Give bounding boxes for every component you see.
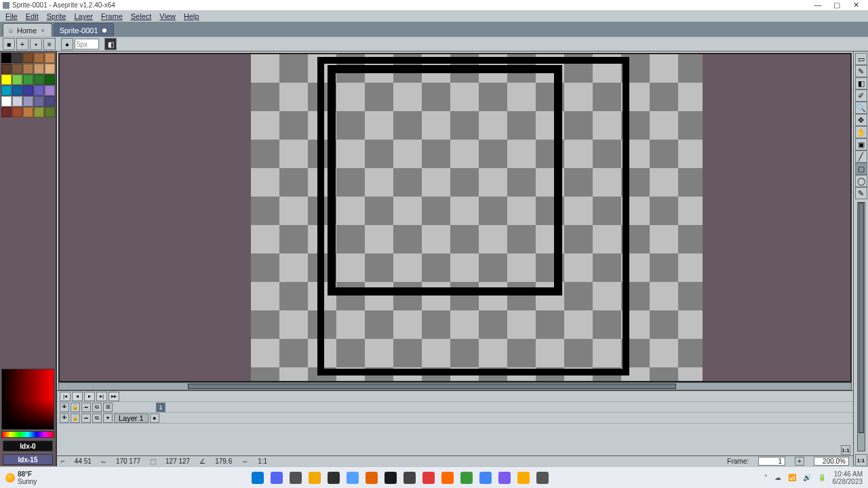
- onedrive-icon[interactable]: ☁: [774, 474, 781, 481]
- next-frame-button[interactable]: ▸|: [96, 392, 107, 401]
- taskbar-app-icon-1[interactable]: [271, 472, 283, 484]
- taskbar-weather[interactable]: 88°F Sunny: [5, 470, 37, 485]
- link-header-icon[interactable]: ⧉: [92, 403, 102, 412]
- palette-swatch-4[interactable]: [45, 53, 55, 63]
- shape-circle-button[interactable]: ●: [61, 38, 73, 50]
- play-button[interactable]: ▸: [84, 392, 95, 401]
- brush-add-button[interactable]: +: [16, 38, 28, 50]
- palette-swatch-11[interactable]: [12, 75, 22, 85]
- taskbar-app-icon-15[interactable]: [536, 472, 549, 484]
- menu-edit[interactable]: Edit: [22, 12, 43, 20]
- palette-swatch-3[interactable]: [34, 53, 44, 63]
- prev-frame-button[interactable]: ◂: [72, 392, 83, 401]
- tab-home-close[interactable]: ×: [41, 27, 44, 34]
- fit-one-to-one-button[interactable]: 1:1: [841, 445, 850, 455]
- hand-icon[interactable]: ✋: [855, 126, 867, 138]
- ink-type-button[interactable]: ◧: [104, 38, 117, 50]
- hscroll-thumb[interactable]: [188, 384, 676, 389]
- wifi-icon[interactable]: 📶: [788, 474, 796, 481]
- taskbar-app-icon-8[interactable]: [403, 472, 416, 484]
- palette-swatch-15[interactable]: [1, 85, 12, 96]
- hue-spectrum[interactable]: [1, 431, 54, 438]
- pencil-icon[interactable]: ✎: [855, 65, 867, 77]
- menu-file[interactable]: File: [1, 12, 22, 20]
- paint-bucket-icon[interactable]: ▣: [855, 138, 867, 150]
- taskbar-app-icon-6[interactable]: [366, 472, 378, 484]
- continuous-header-icon[interactable]: ••: [81, 403, 91, 412]
- vertical-scrollbar[interactable]: [857, 202, 865, 451]
- frame-header-1[interactable]: 1: [156, 403, 165, 412]
- taskbar-app-icon-13[interactable]: [498, 472, 511, 484]
- palette-swatch-1[interactable]: [12, 53, 22, 63]
- brush-size-input[interactable]: [75, 39, 99, 49]
- color-palette[interactable]: [0, 52, 56, 119]
- horizontal-scrollbar[interactable]: [58, 382, 852, 390]
- brush-list-button[interactable]: ≡: [43, 38, 56, 50]
- background-color-index[interactable]: Idx-15: [3, 454, 53, 465]
- marquee-icon[interactable]: ▭: [855, 53, 867, 65]
- taskbar-app-icon-4[interactable]: [328, 472, 340, 484]
- palette-swatch-21[interactable]: [12, 96, 22, 106]
- menu-frame[interactable]: Frame: [97, 12, 127, 20]
- palette-swatch-8[interactable]: [34, 64, 44, 74]
- visibility-header-icon[interactable]: 👁: [60, 403, 69, 412]
- layer-name-label[interactable]: Layer 1: [114, 413, 149, 423]
- palette-swatch-20[interactable]: [1, 96, 12, 106]
- taskbar-app-icon-0[interactable]: [252, 472, 264, 484]
- palette-swatch-2[interactable]: [23, 53, 33, 63]
- line-icon[interactable]: ╱: [855, 150, 867, 163]
- palette-swatch-28[interactable]: [34, 107, 44, 117]
- layer-lock-toggle[interactable]: 🔒: [71, 413, 80, 423]
- palette-swatch-26[interactable]: [12, 107, 22, 117]
- taskbar-app-icon-2[interactable]: [290, 472, 302, 484]
- palette-swatch-7[interactable]: [23, 64, 33, 74]
- brush-type-button[interactable]: ■: [3, 38, 15, 50]
- palette-swatch-23[interactable]: [34, 96, 44, 106]
- tab-home[interactable]: ⌂ Home ×: [3, 23, 52, 37]
- foreground-color-index[interactable]: Idx-0: [3, 441, 53, 451]
- window-close-button[interactable]: ✕: [846, 1, 865, 10]
- palette-swatch-9[interactable]: [45, 64, 55, 74]
- palette-swatch-5[interactable]: [1, 64, 12, 74]
- palette-swatch-22[interactable]: [23, 96, 33, 106]
- taskbar-app-icon-3[interactable]: [309, 472, 321, 484]
- window-maximize-button[interactable]: ▢: [827, 1, 846, 10]
- add-layer-header-icon[interactable]: ⊞: [103, 403, 113, 412]
- ellipse-icon[interactable]: ◯: [855, 175, 867, 187]
- taskbar-app-icon-5[interactable]: [347, 472, 359, 484]
- taskbar-app-icon-9[interactable]: [422, 472, 435, 484]
- palette-swatch-29[interactable]: [45, 107, 55, 117]
- taskbar-app-icon-7[interactable]: [384, 472, 397, 484]
- menu-layer[interactable]: Layer: [70, 12, 97, 20]
- vscroll-thumb[interactable]: [859, 203, 864, 433]
- taskbar-app-icon-14[interactable]: [517, 472, 530, 484]
- palette-swatch-18[interactable]: [34, 85, 44, 96]
- zoom-icon[interactable]: 🔍: [855, 102, 867, 114]
- palette-swatch-14[interactable]: [45, 75, 55, 85]
- layer-continuous-toggle[interactable]: ••: [81, 413, 91, 423]
- menu-help[interactable]: Help: [180, 12, 203, 20]
- palette-swatch-25[interactable]: [1, 107, 12, 117]
- canvas-viewport[interactable]: [58, 53, 852, 382]
- palette-swatch-13[interactable]: [34, 75, 44, 85]
- status-frame-value[interactable]: 1: [758, 457, 785, 466]
- menu-select[interactable]: Select: [127, 12, 156, 20]
- color-picker[interactable]: [1, 369, 54, 430]
- menu-sprite[interactable]: Sprite: [43, 12, 71, 20]
- taskbar-app-icon-11[interactable]: [460, 472, 473, 484]
- palette-swatch-16[interactable]: [12, 85, 22, 96]
- palette-swatch-10[interactable]: [1, 75, 12, 85]
- brush-square-button[interactable]: ▪: [30, 38, 42, 50]
- os-taskbar[interactable]: 88°F Sunny ˄ ☁ 📶 🔊 🔋 10:46 AM 6/28/2023: [0, 466, 868, 488]
- last-frame-button[interactable]: ▸▸: [108, 392, 119, 401]
- palette-swatch-12[interactable]: [23, 75, 33, 85]
- chevron-up-icon[interactable]: ˄: [764, 474, 768, 481]
- frame-add-button[interactable]: +: [795, 457, 804, 466]
- first-frame-button[interactable]: |◂: [60, 392, 71, 401]
- volume-icon[interactable]: 🔊: [803, 474, 811, 481]
- menu-view[interactable]: View: [155, 12, 180, 20]
- taskbar-clock[interactable]: 10:46 AM 6/28/2023: [833, 470, 863, 485]
- palette-swatch-19[interactable]: [45, 85, 55, 96]
- tab-sprite-0001[interactable]: Sprite-0001: [54, 23, 114, 37]
- palette-swatch-24[interactable]: [45, 96, 55, 106]
